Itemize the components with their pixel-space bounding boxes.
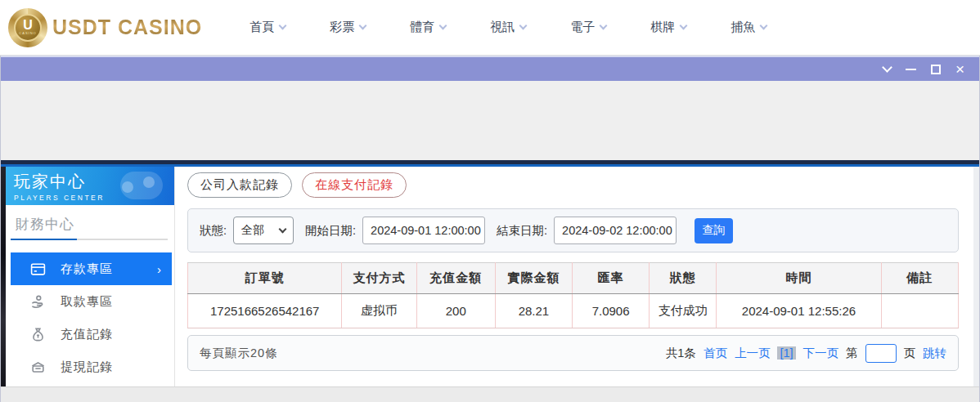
- prev-page-link[interactable]: 上一页: [735, 346, 771, 361]
- cell-recharge-amount: 200: [416, 294, 495, 328]
- col-payment-method: 支付方式: [342, 263, 416, 294]
- nav-label: 彩票: [330, 20, 354, 35]
- status-select-value: 全部: [241, 223, 264, 238]
- nav-label: 電子: [570, 20, 595, 35]
- brand-name: USDT CASINO: [52, 16, 202, 39]
- sidebar-item-deposit-zone[interactable]: 存款專區 ›: [11, 252, 172, 285]
- nav-item-sports[interactable]: 體育: [410, 20, 446, 35]
- nav-item-cards[interactable]: 棋牌: [650, 20, 686, 35]
- start-date-input[interactable]: [362, 217, 485, 244]
- wallet-send-icon: [30, 360, 46, 375]
- coin-sub-label: CASINO: [19, 31, 36, 35]
- records-table: 訂單號 支付方式 充值金額 實際金額 匯率 狀態 時間 備註 172516652…: [187, 262, 959, 328]
- cell-payment-method: 虚拟币: [342, 294, 416, 328]
- main-panel: 公司入款記錄 在線支付記錄 狀態: 全部 開始日期: 結束日期: 查詢: [175, 167, 979, 386]
- table-header-row: 訂單號 支付方式 充值金額 實際金額 匯率 狀態 時間 備註: [188, 263, 959, 294]
- tab-online-payment-record[interactable]: 在線支付記錄: [302, 172, 407, 198]
- gamepad-button-decoration: [143, 176, 155, 188]
- cell-remark: [881, 294, 958, 328]
- chevron-down-icon: [439, 22, 447, 30]
- start-date-label: 開始日期:: [305, 223, 356, 239]
- chevron-down-icon: [680, 22, 688, 30]
- nav-item-home[interactable]: 首頁: [249, 20, 285, 35]
- status-label: 狀態:: [200, 223, 227, 239]
- nav-label: 捕魚: [731, 20, 755, 35]
- coin-logo-icon: U CASINO: [8, 8, 47, 47]
- jump-action-link[interactable]: 跳转: [923, 346, 946, 361]
- window-titlebar: ×: [1, 56, 979, 81]
- nav-label: 棋牌: [650, 20, 675, 35]
- sidebar-item-label: 存款專區: [61, 261, 113, 277]
- credit-card-icon: [30, 261, 46, 277]
- nav-item-lottery[interactable]: 彩票: [330, 20, 366, 35]
- record-tabs: 公司入款記錄 在線支付記錄: [187, 172, 959, 198]
- cell-actual-amount: 28.21: [495, 294, 572, 328]
- maximize-icon[interactable]: [931, 65, 941, 74]
- cell-exchange-rate: 7.0906: [573, 294, 650, 328]
- players-center-header: 玩家中心 PLAYERS CENTER: [6, 167, 174, 205]
- pagination-bar: 每頁顯示20條 共1条 首页 上一页 [1] 下一页 第 页 跳转: [187, 335, 959, 371]
- nav-item-slots[interactable]: 電子: [570, 20, 606, 35]
- gamepad-button-decoration: [122, 181, 133, 193]
- cell-time: 2024-09-01 12:55:26: [717, 294, 882, 328]
- finance-section-title: 財務中心: [16, 215, 174, 234]
- main-menu: 首頁 彩票 體育 視訊 電子 棋牌 捕魚: [249, 20, 766, 35]
- chevron-down-icon: [600, 22, 608, 30]
- current-page-badge: [1]: [777, 346, 795, 360]
- nav-item-fishing[interactable]: 捕魚: [731, 20, 766, 35]
- page-jump-input[interactable]: [865, 344, 897, 363]
- col-time: 時間: [717, 263, 882, 294]
- section-underline: [11, 239, 168, 240]
- chevron-down-icon: [279, 22, 287, 30]
- chevron-down-icon: [279, 225, 287, 233]
- chevron-down-icon: [359, 22, 367, 30]
- sidebar-item-withdrawal-record[interactable]: 提現記錄: [11, 351, 172, 383]
- brand-logo[interactable]: U CASINO USDT CASINO: [8, 8, 202, 47]
- sidebar-menu: 存款專區 › 取款專區 充值記錄: [6, 252, 174, 383]
- cell-order-number: 1725166526542167: [188, 294, 342, 328]
- col-status: 狀態: [650, 263, 717, 294]
- page-size-text: 每頁顯示20條: [200, 346, 278, 361]
- nav-label: 首頁: [249, 20, 274, 35]
- filter-bar: 狀態: 全部 開始日期: 結束日期: 查詢: [187, 208, 959, 252]
- bottom-gray-strip: [1, 386, 979, 402]
- first-page-link[interactable]: 首页: [704, 346, 727, 361]
- search-button[interactable]: 查詢: [695, 218, 733, 243]
- tab-company-deposit-record[interactable]: 公司入款記錄: [187, 172, 292, 198]
- close-icon[interactable]: ×: [955, 65, 964, 74]
- sidebar-item-label: 取款專區: [61, 294, 113, 310]
- jump-prefix-label: 第: [846, 346, 858, 361]
- sidebar-item-recharge-record[interactable]: 充值記錄: [11, 318, 172, 351]
- chevron-right-icon: ›: [157, 262, 162, 276]
- table-row: 1725166526542167 虚拟币 200 28.21 7.0906 支付…: [188, 294, 959, 328]
- cell-status: 支付成功: [650, 294, 717, 328]
- money-bag-icon: [30, 327, 46, 342]
- sidebar: 玩家中心 PLAYERS CENTER 財務中心 存款專區 › 取款專區: [6, 167, 175, 386]
- col-remark: 備註: [881, 263, 958, 294]
- jump-suffix-label: 页: [904, 346, 916, 361]
- chevron-down-icon: [760, 22, 768, 30]
- sidebar-item-label: 充值記錄: [61, 327, 113, 342]
- minimize-icon[interactable]: [906, 69, 916, 70]
- col-order-number: 訂單號: [188, 263, 342, 294]
- empty-banner-area: [1, 81, 979, 160]
- chevron-down-icon: [519, 22, 528, 30]
- nav-item-live[interactable]: 視訊: [490, 20, 526, 35]
- nav-label: 體育: [410, 20, 434, 35]
- sidebar-item-label: 提現記錄: [61, 360, 113, 375]
- embedded-window: × 玩家中心 PLAYERS CENTER 財務中心 存款專區: [0, 56, 980, 402]
- top-navigation-bar: U CASINO USDT CASINO 首頁 彩票 體育 視訊 電子 棋牌: [0, 0, 980, 56]
- sidebar-item-withdraw-zone[interactable]: 取款專區: [11, 285, 172, 318]
- content-area: 玩家中心 PLAYERS CENTER 財務中心 存款專區 › 取款專區: [1, 167, 979, 386]
- pager: 共1条 首页 上一页 [1] 下一页 第 页 跳转: [666, 344, 946, 363]
- collapse-chevron-icon[interactable]: [882, 62, 892, 73]
- status-select[interactable]: 全部: [233, 217, 294, 244]
- end-date-input[interactable]: [554, 217, 677, 244]
- hand-coins-icon: [30, 294, 46, 310]
- total-count-text: 共1条: [666, 346, 696, 361]
- col-exchange-rate: 匯率: [573, 263, 650, 294]
- nav-label: 視訊: [490, 20, 515, 35]
- next-page-link[interactable]: 下一页: [803, 346, 839, 361]
- coin-letter: U: [23, 20, 33, 31]
- scrollbar-track[interactable]: [973, 167, 979, 386]
